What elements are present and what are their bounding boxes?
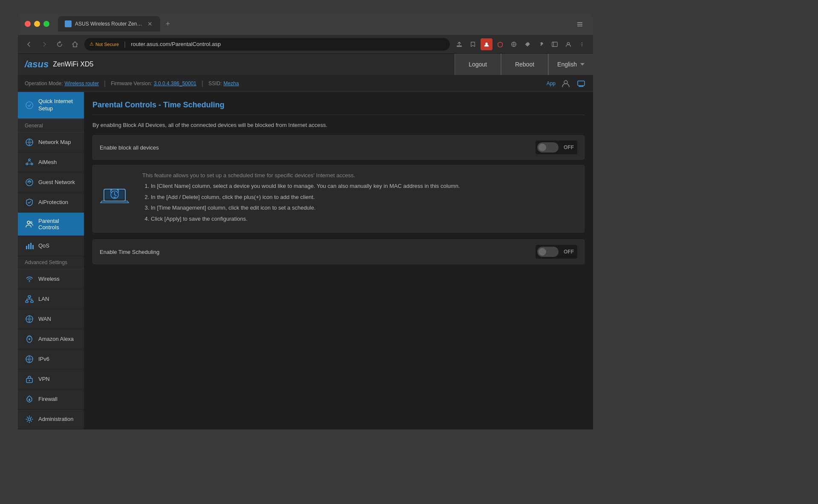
topbar-buttons: Logout Reboot English: [455, 54, 593, 75]
bookmark-button[interactable]: [467, 38, 479, 50]
instruction-item-2: In the [Add / Delete] column, click the …: [151, 193, 577, 202]
administration-icon: [25, 415, 34, 424]
time-toggle-thumb: [539, 248, 546, 256]
network-map-label: Network Map: [38, 139, 71, 145]
sidebar-item-administration[interactable]: Administration: [18, 409, 84, 429]
wireless-label: Wireless: [38, 276, 60, 282]
quick-internet-setup-item[interactable]: Quick Internet Setup: [18, 92, 84, 119]
svg-point-12: [29, 159, 30, 161]
clock-laptop-illustration: [100, 172, 134, 206]
lan-label: LAN: [38, 296, 49, 302]
block-all-state: OFF: [560, 144, 577, 150]
tab-close-button[interactable]: ✕: [147, 20, 153, 27]
tab-title: ASUS Wireless Router ZenWiFi...: [75, 21, 143, 27]
qos-icon: [25, 241, 34, 251]
sidebar-item-firewall[interactable]: Firewall: [18, 389, 84, 409]
new-tab-button[interactable]: +: [162, 18, 174, 30]
sidebar-item-ipv6[interactable]: 6 IPv6: [18, 349, 84, 369]
sidebar-item-aimesh[interactable]: AiMesh: [18, 153, 84, 173]
share-button[interactable]: [453, 38, 465, 50]
app-link[interactable]: App: [547, 81, 556, 86]
operation-mode-value[interactable]: Wireless router: [64, 81, 99, 86]
url-text: router.asus.com/ParentalControl.asp: [131, 41, 221, 47]
svg-rect-9: [578, 81, 585, 86]
instructions-list: In [Client Name] column, select a device…: [151, 182, 577, 223]
pin-button[interactable]: [535, 38, 547, 50]
maximize-button[interactable]: [43, 21, 49, 27]
sidebar-item-aiprotection[interactable]: AiProtection: [18, 193, 84, 213]
toggle-thumb: [539, 144, 546, 151]
device-icon[interactable]: [576, 78, 586, 89]
sidebar-item-amazon-alexa[interactable]: Amazon Alexa: [18, 329, 84, 349]
wireless-icon: [25, 274, 34, 284]
firmware-value[interactable]: 3.0.0.4.386_50001: [154, 81, 196, 86]
feature-description-text: This feature allows you to set up a sche…: [142, 172, 577, 179]
svg-point-10: [26, 102, 33, 109]
shield-button[interactable]: [494, 38, 506, 50]
operation-mode-label: Operation Mode:: [25, 81, 63, 86]
sidebar-item-network-map[interactable]: Network Map: [18, 132, 84, 153]
time-scheduling-state: OFF: [560, 249, 577, 255]
sidebar: Quick Internet Setup General Network Map: [18, 92, 84, 429]
time-toggle-track: [537, 247, 559, 257]
ssid-value[interactable]: Mezha: [224, 81, 239, 86]
sidebar-item-wan[interactable]: WAN: [18, 309, 84, 329]
sidebar-item-parental-controls[interactable]: Parental Controls: [18, 213, 84, 236]
extensions-button[interactable]: [521, 38, 533, 50]
block-all-devices-row: Enable block all devices OFF: [92, 135, 585, 160]
active-tab[interactable]: ASUS Wireless Router ZenWiFi... ✕: [58, 16, 160, 32]
firmware-label: Firmware Version:: [111, 81, 152, 86]
aimesh-label: AiMesh: [38, 159, 57, 165]
back-button[interactable]: [23, 38, 35, 50]
time-scheduling-toggle[interactable]: OFF: [536, 245, 577, 259]
tabs-menu-button[interactable]: [573, 17, 586, 30]
browser-actions: [453, 38, 588, 50]
home-button[interactable]: [69, 38, 81, 50]
firewall-label: Firewall: [38, 396, 58, 402]
lan-icon: [25, 294, 34, 304]
administration-label: Administration: [38, 416, 73, 422]
instruction-item-1: In [Client Name] column, select a device…: [151, 182, 577, 190]
security-label: Not Secure: [95, 42, 119, 47]
router-infobar: Operation Mode: Wireless router | Firmwa…: [18, 75, 593, 92]
warning-icon: ⚠: [89, 41, 94, 47]
reboot-button[interactable]: Reboot: [501, 54, 548, 75]
minimize-button[interactable]: [34, 21, 40, 27]
language-selector[interactable]: English: [548, 54, 593, 75]
svg-point-18: [30, 222, 32, 223]
svg-point-4: [567, 42, 569, 44]
asus-logo-text: /asus: [25, 59, 49, 70]
block-all-toggle[interactable]: OFF: [536, 141, 577, 154]
globe-button[interactable]: [508, 38, 520, 50]
sidebar-item-wireless[interactable]: Wireless: [18, 269, 84, 289]
forward-button[interactable]: [38, 38, 50, 50]
address-bar[interactable]: ⚠ Not Secure | router.asus.com/ParentalC…: [84, 38, 450, 51]
svg-point-38: [111, 190, 112, 191]
sidebar-item-vpn[interactable]: VPN: [18, 369, 84, 389]
svg-point-7: [582, 45, 582, 46]
user-icon[interactable]: [561, 78, 571, 89]
router-logo: /asus ZenWiFi XD5: [18, 59, 100, 70]
advanced-settings-header: Advanced Settings: [18, 256, 84, 269]
profile-icon-button[interactable]: [562, 38, 574, 50]
aiprotection-label: AiProtection: [38, 199, 68, 205]
sidebar-item-qos[interactable]: QoS: [18, 236, 84, 256]
aimesh-icon: [25, 158, 34, 167]
close-button[interactable]: [25, 21, 31, 27]
sidebar-item-guest-network[interactable]: Guest Network: [18, 173, 84, 193]
time-scheduling-label: Enable Time Scheduling: [100, 249, 159, 255]
sidebar-item-lan[interactable]: LAN: [18, 289, 84, 309]
logout-button[interactable]: Logout: [455, 54, 501, 75]
block-all-label: Enable block all devices: [100, 144, 159, 151]
router-model-text: ZenWiFi XD5: [53, 60, 93, 68]
reload-button[interactable]: [54, 38, 66, 50]
instruction-item-3: In [Time Management] column, click the e…: [151, 204, 577, 212]
security-indicator: ⚠ Not Secure: [89, 41, 119, 47]
menu-button[interactable]: [576, 38, 588, 50]
profile-button[interactable]: [481, 38, 493, 50]
page-description: By enabling Block All Devices, all of th…: [92, 122, 585, 128]
svg-point-29: [29, 338, 30, 340]
svg-point-5: [582, 42, 582, 43]
network-map-icon: [25, 138, 34, 147]
sidebar-toggle-button[interactable]: [549, 38, 561, 50]
